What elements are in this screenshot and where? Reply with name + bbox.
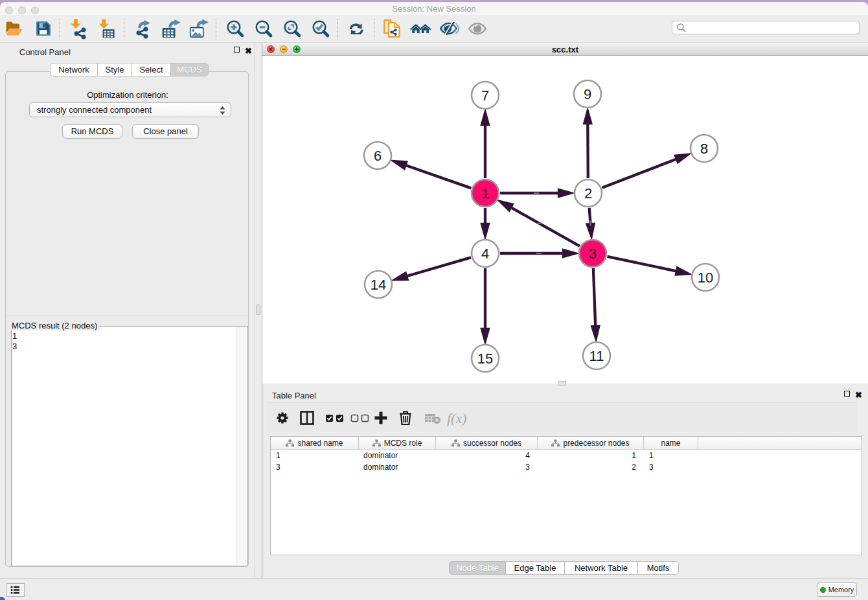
svg-text:9: 9	[584, 86, 591, 102]
svg-text:10: 10	[698, 270, 713, 286]
svg-text:15: 15	[477, 351, 493, 367]
svg-text:3: 3	[589, 246, 597, 262]
svg-text:6: 6	[374, 148, 382, 164]
svg-text:8: 8	[700, 141, 708, 157]
svg-text:14: 14	[371, 277, 386, 293]
svg-text:2: 2	[584, 185, 592, 202]
svg-text:4: 4	[481, 246, 489, 262]
svg-text:7: 7	[481, 87, 489, 104]
svg-text:11: 11	[589, 348, 604, 364]
svg-text:1: 1	[481, 185, 489, 202]
